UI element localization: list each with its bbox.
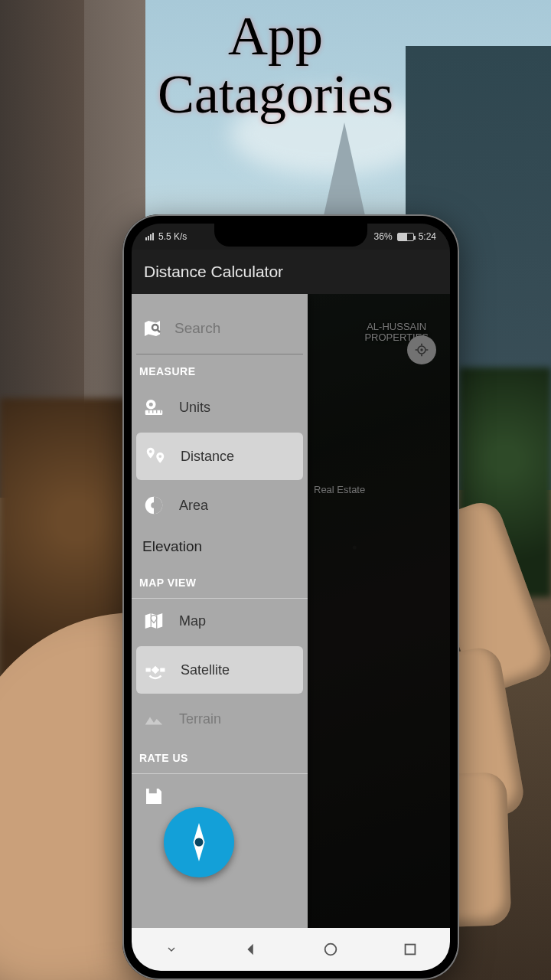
svg-rect-16	[406, 945, 416, 955]
svg-rect-12	[160, 668, 165, 672]
svg-point-4	[149, 403, 153, 407]
promo-title: App Catagories	[0, 8, 551, 123]
battery-icon	[397, 233, 414, 241]
promo-title-line1: App	[228, 5, 323, 67]
phone-frame: 5.5 K/s 36% 5:24 Distance Calculator AL-…	[122, 214, 459, 980]
compass-fab[interactable]	[164, 807, 234, 877]
search-input[interactable]	[174, 320, 308, 337]
system-nav-bar	[132, 928, 450, 971]
svg-point-14	[195, 838, 204, 847]
area-icon	[139, 494, 168, 517]
sidebar-item-label: Satellite	[181, 662, 230, 678]
svg-point-7	[158, 455, 161, 458]
battery-pct: 36%	[374, 231, 393, 242]
sidebar-item-label: Distance	[181, 449, 234, 465]
nav-back-button[interactable]	[235, 933, 267, 965]
svg-point-6	[149, 450, 152, 453]
satellite-icon	[141, 658, 170, 681]
map-icon	[139, 609, 168, 632]
app-bar: Distance Calculator	[132, 250, 450, 294]
distance-icon	[141, 445, 170, 468]
status-left: 5.5 K/s	[145, 231, 187, 242]
sidebar-item-label: Terrain	[179, 711, 221, 727]
section-header-measure: MEASURE	[132, 354, 308, 385]
svg-rect-11	[146, 668, 151, 672]
ruler-icon	[139, 396, 168, 419]
svg-point-9	[151, 502, 157, 508]
phone-screen: 5.5 K/s 36% 5:24 Distance Calculator AL-…	[132, 224, 450, 971]
signal-icon	[145, 233, 154, 240]
app-title: Distance Calculator	[144, 263, 283, 281]
terrain-icon	[139, 707, 168, 730]
compass-icon	[176, 819, 222, 865]
nav-recent-button[interactable]	[394, 933, 426, 965]
sidebar-item-distance[interactable]: Distance	[136, 433, 303, 480]
sidebar-item-label: Units	[179, 400, 210, 416]
status-right: 36% 5:24	[374, 231, 436, 242]
section-header-mapview: MAP VIEW	[132, 566, 308, 596]
save-icon	[139, 785, 168, 808]
sidebar-item-map[interactable]: Map	[132, 599, 308, 643]
drawer-scrim[interactable]	[308, 294, 450, 928]
svg-rect-10	[152, 666, 160, 675]
sidebar-item-label: Map	[179, 613, 206, 629]
nav-caret-button[interactable]	[155, 933, 187, 965]
map-search-icon	[141, 317, 164, 340]
sidebar-item-terrain[interactable]: Terrain	[132, 697, 308, 741]
section-header-rateus: RATE US	[132, 741, 308, 772]
nav-home-button[interactable]	[315, 933, 347, 965]
sidebar-item-satellite[interactable]: Satellite	[136, 646, 303, 694]
net-speed: 5.5 K/s	[158, 231, 187, 242]
svg-rect-5	[145, 410, 163, 415]
status-time: 5:24	[419, 231, 436, 242]
svg-rect-13	[149, 789, 157, 793]
sidebar-item-label: Elevation	[142, 538, 202, 555]
phone-notch	[214, 224, 367, 247]
search-row[interactable]	[132, 294, 308, 354]
sidebar-item-save[interactable]	[132, 774, 308, 818]
sidebar-item-units[interactable]: Units	[132, 385, 308, 430]
promo-title-line2: Catagories	[158, 64, 393, 125]
sidebar-item-elevation[interactable]: Elevation	[132, 528, 308, 566]
sidebar-item-label: Area	[179, 498, 208, 514]
svg-point-15	[325, 944, 337, 956]
sidebar-item-area[interactable]: Area	[132, 483, 308, 528]
